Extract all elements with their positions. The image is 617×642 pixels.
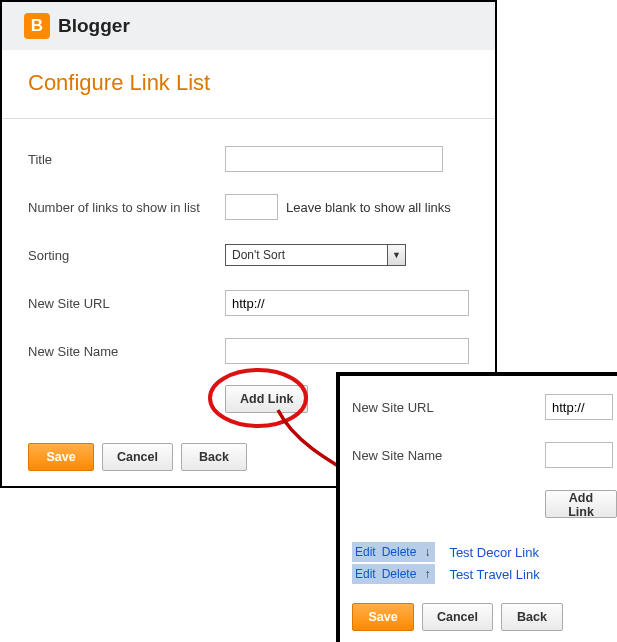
chevron-down-icon: ▼	[387, 245, 405, 265]
popup-name-input[interactable]	[545, 442, 613, 468]
move-down-icon[interactable]: ↓	[419, 545, 435, 559]
row-sitename: New Site Name	[28, 337, 469, 365]
sorting-value: Don't Sort	[226, 245, 387, 265]
back-button[interactable]: Back	[181, 443, 247, 471]
page-title: Configure Link List	[2, 50, 495, 118]
popup-back-button[interactable]: Back	[501, 603, 563, 631]
popup-save-button[interactable]: Save	[352, 603, 414, 631]
popup-cancel-button[interactable]: Cancel	[422, 603, 493, 631]
numlinks-label: Number of links to show in list	[28, 200, 225, 215]
link-list: Edit Delete ↓ Test Decor Link Edit Delet…	[352, 541, 617, 585]
numlinks-input[interactable]	[225, 194, 278, 220]
save-button[interactable]: Save	[28, 443, 94, 471]
title-label: Title	[28, 152, 225, 167]
delete-link[interactable]: Delete	[379, 567, 420, 581]
list-item: Edit Delete ↓ Test Decor Link	[352, 541, 617, 563]
popup-name-label: New Site Name	[352, 448, 545, 463]
numlinks-hint: Leave blank to show all links	[286, 200, 451, 215]
blogger-logo-icon: B	[24, 13, 50, 39]
popup-row-url: New Site URL	[352, 394, 617, 420]
sitename-label: New Site Name	[28, 344, 225, 359]
popup-button-row: Save Cancel Back	[352, 603, 617, 631]
title-input[interactable]	[225, 146, 443, 172]
row-sorting: Sorting Don't Sort ▼	[28, 241, 469, 269]
row-title: Title	[28, 145, 469, 173]
edit-link[interactable]: Edit	[352, 545, 379, 559]
url-label: New Site URL	[28, 296, 225, 311]
popup-row-name: New Site Name	[352, 442, 617, 468]
edit-delete-controls: Edit Delete ↓	[352, 542, 435, 562]
sorting-select[interactable]: Don't Sort ▼	[225, 244, 406, 266]
edit-link[interactable]: Edit	[352, 567, 379, 581]
site-link[interactable]: Test Decor Link	[449, 545, 539, 560]
sorting-label: Sorting	[28, 248, 225, 263]
brand-name: Blogger	[58, 15, 130, 37]
popup-url-input[interactable]	[545, 394, 613, 420]
cancel-button[interactable]: Cancel	[102, 443, 173, 471]
popup-addlink-area: Add Link	[545, 490, 617, 519]
list-item: Edit Delete ↑ Test Travel Link	[352, 563, 617, 585]
popup-panel: New Site URL New Site Name Add Link Edit…	[336, 372, 617, 642]
sitename-input[interactable]	[225, 338, 469, 364]
header-bar: B Blogger	[2, 2, 495, 50]
popup-url-label: New Site URL	[352, 400, 545, 415]
site-link[interactable]: Test Travel Link	[449, 567, 539, 582]
move-up-icon[interactable]: ↑	[419, 567, 435, 581]
url-input[interactable]	[225, 290, 469, 316]
row-url: New Site URL	[28, 289, 469, 317]
row-numlinks: Number of links to show in list Leave bl…	[28, 193, 469, 221]
add-link-button[interactable]: Add Link	[225, 385, 308, 413]
edit-delete-controls: Edit Delete ↑	[352, 564, 435, 584]
popup-add-link-button[interactable]: Add Link	[545, 490, 617, 518]
delete-link[interactable]: Delete	[379, 545, 420, 559]
